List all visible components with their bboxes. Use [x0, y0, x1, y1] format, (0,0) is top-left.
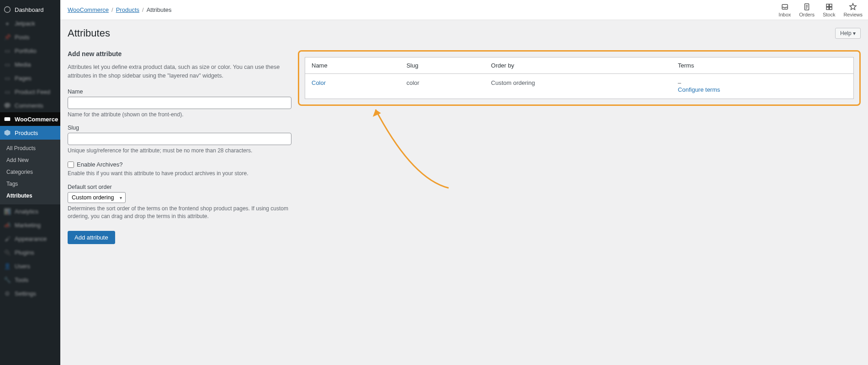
sort-label: Default sort order — [68, 184, 291, 190]
activity-reviews[interactable]: Reviews — [843, 3, 863, 17]
activity-bar: Inbox Orders Stock Reviews — [778, 3, 863, 17]
wrench-icon: 🔧 — [4, 276, 11, 283]
form-intro: Attributes let you define extra product … — [68, 63, 291, 80]
slug-label: Slug — [68, 125, 291, 131]
name-input[interactable] — [68, 97, 291, 109]
star-icon — [849, 3, 857, 11]
sidebar-item-comments[interactable]: 💬Comments — [0, 99, 60, 112]
gear-icon: ⚙ — [4, 290, 11, 297]
top-bar: WooCommerce / Products / Attributes Inbo… — [60, 0, 868, 20]
orders-icon — [803, 3, 811, 11]
attributes-table-highlight: Name Slug Order by Terms Color color — [298, 50, 861, 106]
sidebar-item-appearance[interactable]: 🖌Appearance — [0, 232, 60, 245]
archives-hint: Enable this if you want this attribute t… — [68, 170, 291, 177]
woo-icon — [4, 115, 11, 123]
products-submenu: All Products Add New Categories Tags Att… — [0, 140, 60, 204]
table-row: Color color Custom ordering – Configure … — [305, 74, 854, 99]
th-slug: Slug — [400, 57, 485, 74]
brush-icon: 🖌 — [4, 235, 11, 242]
dashboard-icon — [4, 6, 11, 13]
attribute-order: Custom ordering — [485, 74, 672, 99]
slug-hint: Unique slug/reference for the attribute;… — [68, 147, 291, 155]
user-icon: 👤 — [4, 262, 11, 270]
megaphone-icon: 📣 — [4, 221, 11, 229]
admin-sidebar: Dashboard ●Jetpack 📌Posts ▭Portfolio ▭Me… — [0, 0, 60, 365]
breadcrumb-woocommerce[interactable]: WooCommerce — [68, 6, 109, 13]
svg-rect-1 — [5, 117, 11, 121]
page-icon: ▭ — [4, 74, 11, 82]
attribute-slug: color — [400, 74, 485, 99]
breadcrumb-products[interactable]: Products — [116, 6, 139, 13]
sidebar-label: WooCommerce — [15, 116, 58, 123]
th-terms: Terms — [672, 57, 854, 74]
comment-icon: 💬 — [4, 102, 11, 109]
sort-order-select[interactable]: Custom ordering — [68, 192, 126, 203]
name-label: Name — [68, 89, 291, 95]
products-icon — [4, 129, 11, 136]
sidebar-item-plugins[interactable]: 🔌Plugins — [0, 245, 60, 259]
folder-icon: ▭ — [4, 47, 11, 54]
configure-terms-link[interactable]: Configure terms — [678, 86, 720, 93]
terms-dash: – — [678, 79, 681, 86]
sidebar-item-posts[interactable]: 📌Posts — [0, 30, 60, 44]
chart-icon: 📊 — [4, 208, 11, 215]
activity-inbox[interactable]: Inbox — [778, 3, 791, 17]
sidebar-item-productfeed[interactable]: ▭Product Feed — [0, 85, 60, 99]
add-attribute-button[interactable]: Add attribute — [68, 231, 115, 244]
submenu-categories[interactable]: Categories — [0, 166, 60, 178]
submenu-attributes[interactable]: Attributes — [0, 190, 60, 202]
svg-rect-7 — [829, 7, 831, 9]
submenu-tags[interactable]: Tags — [0, 178, 60, 190]
page-title: Attributes — [68, 27, 110, 39]
sidebar-item-dashboard[interactable]: Dashboard — [0, 3, 60, 16]
feed-icon: ▭ — [4, 88, 11, 95]
sort-hint: Determines the sort order of the terms o… — [68, 205, 291, 220]
sidebar-item-jetpack[interactable]: ●Jetpack — [0, 16, 60, 30]
sidebar-item-portfolio[interactable]: ▭Portfolio — [0, 44, 60, 57]
activity-orders[interactable]: Orders — [799, 3, 815, 17]
sidebar-item-woocommerce[interactable]: WooCommerce — [0, 112, 60, 126]
sidebar-item-pages[interactable]: ▭Pages — [0, 71, 60, 85]
inbox-icon — [781, 3, 789, 11]
add-attribute-form: Add new attribute Attributes let you def… — [68, 50, 291, 244]
enable-archives-label: Enable Archives? — [77, 161, 122, 168]
sidebar-item-products[interactable]: Products — [0, 126, 60, 140]
sidebar-item-tools[interactable]: 🔧Tools — [0, 273, 60, 287]
sidebar-item-settings[interactable]: ⚙Settings — [0, 287, 60, 300]
slug-input[interactable] — [68, 133, 291, 145]
activity-stock[interactable]: Stock — [823, 3, 836, 17]
svg-rect-4 — [826, 4, 829, 6]
svg-rect-5 — [829, 4, 831, 6]
submenu-add-new[interactable]: Add New — [0, 154, 60, 166]
sidebar-item-analytics[interactable]: 📊Analytics — [0, 204, 60, 218]
help-toggle[interactable]: Help ▾ — [835, 28, 861, 39]
form-heading: Add new attribute — [68, 50, 291, 57]
sidebar-label: Products — [15, 130, 38, 136]
sidebar-item-users[interactable]: 👤Users — [0, 259, 60, 273]
sidebar-label: Dashboard — [15, 6, 44, 13]
media-icon: ▭ — [4, 61, 11, 68]
breadcrumb-current: Attributes — [147, 6, 172, 13]
svg-rect-6 — [826, 7, 829, 9]
sidebar-item-media[interactable]: ▭Media — [0, 57, 60, 71]
attribute-name-link[interactable]: Color — [312, 79, 326, 86]
plug-icon: 🔌 — [4, 249, 11, 256]
th-name: Name — [305, 57, 400, 74]
submenu-all-products[interactable]: All Products — [0, 142, 60, 154]
breadcrumb: WooCommerce / Products / Attributes — [68, 6, 172, 13]
pin-icon: 📌 — [4, 33, 11, 41]
stock-icon — [825, 3, 833, 11]
enable-archives-checkbox[interactable] — [68, 162, 74, 168]
name-hint: Name for the attribute (shown on the fro… — [68, 111, 291, 119]
attributes-table: Name Slug Order by Terms Color color — [305, 57, 854, 99]
th-order: Order by — [485, 57, 672, 74]
sidebar-item-marketing[interactable]: 📣Marketing — [0, 218, 60, 232]
generic-icon: ● — [4, 20, 11, 27]
